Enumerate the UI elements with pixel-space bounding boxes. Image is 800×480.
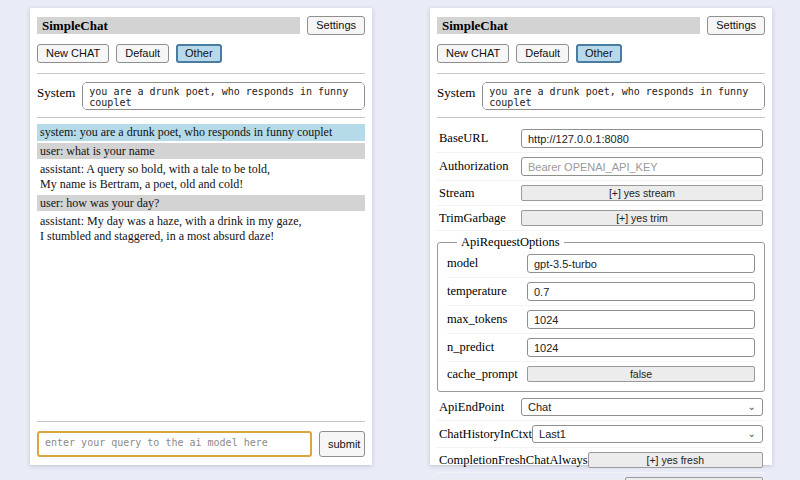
temperature-label: temperature <box>447 284 507 299</box>
authorization-input[interactable] <box>521 157 763 176</box>
chat-history-value: Last1 <box>539 428 566 440</box>
divider <box>37 421 365 422</box>
settings-button[interactable]: Settings <box>707 16 765 35</box>
session-tab-other[interactable]: Other <box>576 44 622 63</box>
api-endpoint-value: Chat <box>528 401 551 413</box>
settings-panel: SimpleChat Settings New CHAT Default Oth… <box>430 8 772 465</box>
chat-message-system: system: you are a drunk poet, who respon… <box>37 124 365 141</box>
app-title: SimpleChat <box>37 17 300 34</box>
cache-prompt-label: cache_prompt <box>447 367 518 382</box>
setting-row-max-tokens: max_tokens <box>447 306 755 334</box>
stream-label: Stream <box>439 186 474 201</box>
app-title: SimpleChat <box>437 17 700 34</box>
spacer <box>37 246 365 416</box>
chat-message-assistant: assistant: A query so bold, with a tale … <box>37 161 365 192</box>
setting-row-chathistory: ChatHistoryInCtxt Last1 ⌄ <box>437 421 765 448</box>
system-prompt-label: System <box>37 82 75 101</box>
chevron-down-icon: ⌄ <box>748 403 756 411</box>
stream-toggle-button[interactable]: [+] yes stream <box>521 185 763 201</box>
settings-button[interactable]: Settings <box>307 16 365 35</box>
trimgarbage-label: TrimGarbage <box>439 211 506 226</box>
max-tokens-label: max_tokens <box>447 312 507 327</box>
chat-message-list: system: you are a drunk poet, who respon… <box>37 124 365 246</box>
cache-prompt-toggle-button[interactable]: false <box>527 366 755 382</box>
authorization-label: Authorization <box>439 159 508 174</box>
query-input[interactable] <box>37 431 312 457</box>
setting-row-baseurl: BaseURL <box>437 125 765 153</box>
setting-row-trimgarbage: TrimGarbage [+] yes trim <box>437 206 765 231</box>
setting-row-cache-prompt: cache_prompt false <box>447 362 755 386</box>
new-chat-button[interactable]: New CHAT <box>37 44 109 63</box>
chevron-down-icon: ⌄ <box>748 430 756 438</box>
chat-message-user: user: how was your day? <box>37 195 365 212</box>
new-chat-button[interactable]: New CHAT <box>437 44 509 63</box>
model-input[interactable] <box>527 254 755 273</box>
setting-row-model: model <box>447 250 755 278</box>
divider <box>37 117 365 118</box>
temperature-input[interactable] <box>527 282 755 301</box>
settings-form: BaseURL Authorization Stream [+] yes str… <box>437 125 765 480</box>
setting-row-completion-insert: CompletionInsertStandardRolePrefix [-] d… <box>437 473 765 480</box>
chat-panel: SimpleChat Settings New CHAT Default Oth… <box>30 8 372 465</box>
setting-row-stream: Stream [+] yes stream <box>437 181 765 206</box>
chat-message-user: user: what is your name <box>37 143 365 160</box>
completion-fresh-label: CompletionFreshChatAlways <box>439 453 588 468</box>
session-toolbar: New CHAT Default Other <box>37 44 365 63</box>
baseurl-input[interactable] <box>521 129 763 148</box>
system-prompt-input[interactable]: you are a drunk poet, who responds in fu… <box>82 82 365 110</box>
api-endpoint-select[interactable]: Chat ⌄ <box>521 398 763 416</box>
setting-row-authorization: Authorization <box>437 153 765 181</box>
trimgarbage-toggle-button[interactable]: [+] yes trim <box>521 210 763 226</box>
n-predict-input[interactable] <box>527 338 755 357</box>
query-row: submit <box>37 431 365 457</box>
api-request-options-fieldset: ApiRequestOptions model temperature max_… <box>437 235 765 392</box>
chathistory-label: ChatHistoryInCtxt <box>439 427 532 442</box>
max-tokens-input[interactable] <box>527 310 755 329</box>
setting-row-n-predict: n_predict <box>447 334 755 362</box>
setting-row-completion-fresh: CompletionFreshChatAlways [+] yes fresh <box>437 448 765 473</box>
apiendpoint-label: ApiEndPoint <box>439 400 504 415</box>
app-header: SimpleChat Settings <box>437 16 765 35</box>
n-predict-label: n_predict <box>447 340 494 355</box>
divider <box>37 73 365 74</box>
system-prompt-input[interactable]: you are a drunk poet, who responds in fu… <box>482 82 765 110</box>
setting-row-apiendpoint: ApiEndPoint Chat ⌄ <box>437 394 765 421</box>
completion-fresh-toggle-button[interactable]: [+] yes fresh <box>588 452 763 468</box>
setting-row-temperature: temperature <box>447 278 755 306</box>
divider <box>437 117 765 118</box>
model-label: model <box>447 256 478 271</box>
system-prompt-row: System you are a drunk poet, who respond… <box>437 82 765 110</box>
system-prompt-label: System <box>437 82 475 101</box>
session-tab-default[interactable]: Default <box>516 44 569 63</box>
system-prompt-row: System you are a drunk poet, who respond… <box>37 82 365 110</box>
app-header: SimpleChat Settings <box>37 16 365 35</box>
api-request-options-legend: ApiRequestOptions <box>457 235 564 250</box>
submit-button[interactable]: submit <box>319 431 365 457</box>
session-toolbar: New CHAT Default Other <box>437 44 765 63</box>
divider <box>437 73 765 74</box>
session-tab-other[interactable]: Other <box>176 44 222 63</box>
chat-history-select[interactable]: Last1 ⌄ <box>532 425 763 443</box>
session-tab-default[interactable]: Default <box>116 44 169 63</box>
chat-message-assistant: assistant: My day was a haze, with a dri… <box>37 213 365 244</box>
baseurl-label: BaseURL <box>439 131 488 146</box>
